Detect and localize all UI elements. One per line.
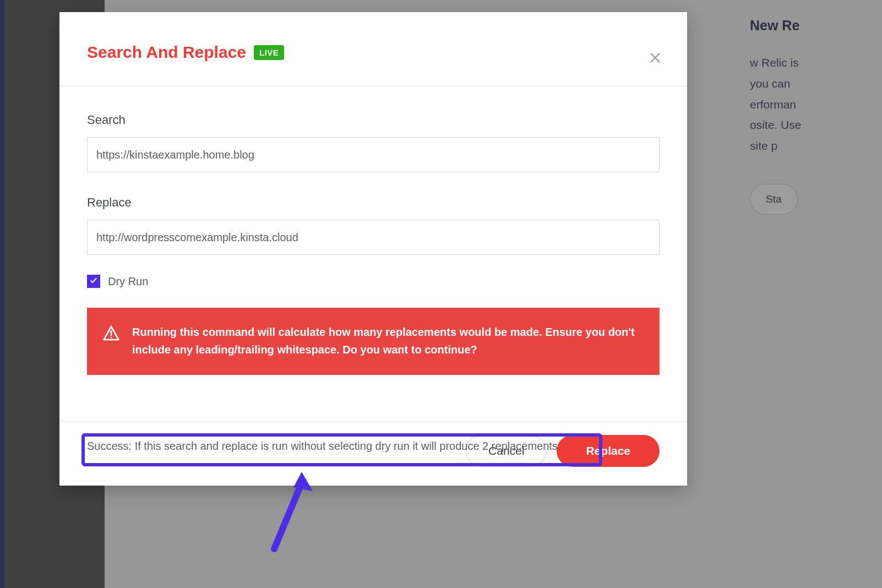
search-input[interactable] [87,137,660,172]
dry-run-label: Dry Run [108,275,148,288]
dry-run-row: Dry Run [87,275,660,288]
warning-message: Running this command will calculate how … [132,323,644,358]
success-message: Success: If this search and replace is r… [87,440,560,453]
replace-button[interactable]: Replace [557,435,660,467]
modal-title: Search And Replace [87,43,246,62]
check-icon [89,276,98,287]
dry-run-checkbox[interactable] [87,275,100,288]
modal-footer: Cancel Replace [59,421,687,486]
search-field: Search [87,113,660,172]
replace-label: Replace [87,195,660,210]
replace-input[interactable] [87,220,660,255]
replace-field: Replace [87,195,660,255]
warning-banner: Running this command will calculate how … [87,308,660,375]
live-badge: LIVE [254,45,284,60]
search-replace-modal: Search And Replace LIVE Search Replace D… [59,12,687,486]
svg-point-1 [110,336,112,338]
search-label: Search [87,113,660,127]
modal-header: Search And Replace LIVE [59,12,687,86]
close-icon [649,52,661,66]
modal-body: Search Replace Dry Run Runn [59,86,687,421]
warning-icon [102,324,120,344]
close-button[interactable] [644,47,666,69]
